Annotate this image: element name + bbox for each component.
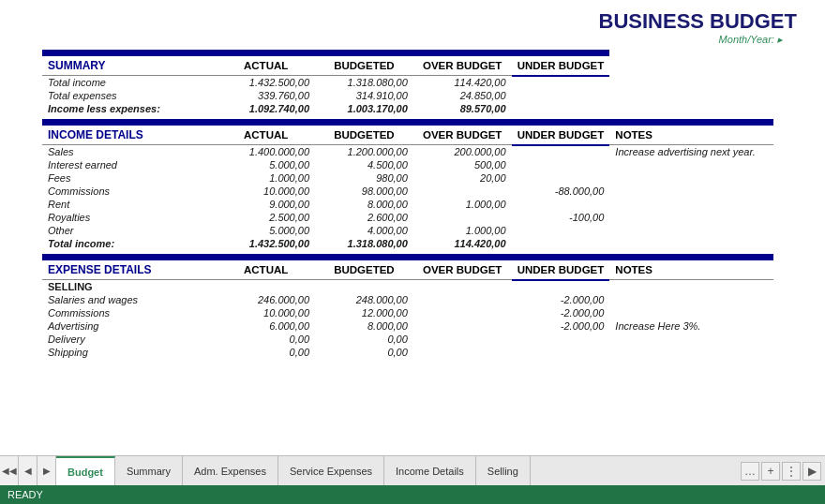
tab-menu-button[interactable]: ⋮ bbox=[782, 462, 801, 481]
income-notes-total bbox=[609, 237, 773, 250]
income-budgeted-2: 980,00 bbox=[315, 171, 413, 185]
income-actual-0: 1.400.000,00 bbox=[217, 145, 315, 159]
income-notes-6 bbox=[609, 224, 773, 237]
income-budgeted-total: 1.318.080,00 bbox=[315, 237, 413, 250]
summary-under-0 bbox=[512, 76, 610, 90]
summary-header-bar bbox=[42, 50, 773, 56]
tab-adm-expenses[interactable]: Adm. Expenses bbox=[183, 456, 278, 485]
income-label-total: Total income: bbox=[42, 237, 217, 250]
summary-budgeted-2: 1.003.170,00 bbox=[315, 102, 413, 115]
income-actual-5: 2.500,00 bbox=[217, 211, 315, 224]
status-ready-text: READY bbox=[8, 489, 43, 500]
expense-under-0: -2.000,00 bbox=[512, 293, 610, 306]
summary-budgeted-0: 1.318.080,00 bbox=[315, 76, 413, 90]
income-budgeted-3: 98.000,00 bbox=[315, 185, 413, 198]
income-row-2: Fees 1.000,00 980,00 20,00 bbox=[42, 171, 773, 185]
income-header-bar bbox=[42, 119, 773, 126]
income-notes-5 bbox=[609, 211, 773, 224]
income-label-2: Fees bbox=[42, 171, 217, 185]
income-budgeted-header: BUDGETED bbox=[315, 126, 413, 145]
income-label-5: Royalties bbox=[42, 211, 217, 224]
tab-summary[interactable]: Summary bbox=[115, 456, 183, 485]
expense-notes-header: NOTES bbox=[609, 260, 773, 280]
summary-row-0: Total income 1.432.500,00 1.318.080,00 1… bbox=[42, 76, 773, 90]
tab-service-expenses[interactable]: Service Expenses bbox=[278, 456, 384, 485]
tabs-spacer bbox=[531, 456, 737, 485]
budget-main-table: SUMMARY ACTUAL BUDGETED OVER BUDGET UNDE… bbox=[42, 50, 773, 359]
income-over-6: 1.000,00 bbox=[413, 224, 512, 237]
expense-section-label: EXPENSE DETAILS bbox=[42, 260, 217, 280]
tab-ellipsis-button[interactable]: … bbox=[741, 462, 759, 481]
expense-notes-0 bbox=[609, 293, 773, 306]
expense-header-bar bbox=[42, 254, 773, 260]
income-column-headers: INCOME DETAILS ACTUAL BUDGETED OVER BUDG… bbox=[42, 126, 773, 145]
expense-row-3: Delivery 0,00 0,00 bbox=[42, 333, 773, 346]
tab-selling[interactable]: Selling bbox=[476, 456, 531, 485]
tab-summary-label: Summary bbox=[127, 466, 171, 477]
summary-label-2: Income less expenses: bbox=[42, 102, 217, 115]
income-actual-header: ACTUAL bbox=[217, 126, 315, 145]
expense-column-headers: EXPENSE DETAILS ACTUAL BUDGETED OVER BUD… bbox=[42, 260, 773, 280]
summary-section-label: SUMMARY bbox=[42, 56, 217, 76]
summary-under-header: UNDER BUDGET bbox=[512, 56, 610, 76]
income-notes-header: NOTES bbox=[609, 126, 773, 145]
expense-notes-4 bbox=[609, 346, 773, 359]
tabs-bar: ◀◀ ◀ ▶ Budget Summary Adm. Expenses Serv… bbox=[0, 455, 825, 485]
income-row-total: Total income: 1.432.500,00 1.318.080,00 … bbox=[42, 237, 773, 250]
expense-notes-1 bbox=[609, 306, 773, 319]
month-year-arrow-icon: ▸ bbox=[777, 34, 783, 45]
income-label-1: Interest earned bbox=[42, 158, 217, 171]
tab-add-button[interactable]: + bbox=[761, 462, 780, 481]
expense-over-4 bbox=[413, 346, 512, 359]
expense-label-2: Advertising bbox=[42, 319, 217, 333]
income-budgeted-0: 1.200.000,00 bbox=[315, 145, 413, 159]
expense-row-1: Commissions 10.000,00 12.000,00 -2.000,0… bbox=[42, 306, 773, 319]
tab-nav-first[interactable]: ◀◀ bbox=[0, 456, 19, 485]
summary-actual-2: 1.092.740,00 bbox=[217, 102, 315, 115]
income-row-6: Other 5.000,00 4.000,00 1.000,00 bbox=[42, 224, 773, 237]
income-over-5 bbox=[413, 211, 512, 224]
income-label-4: Rent bbox=[42, 198, 217, 211]
income-label-3: Commissions bbox=[42, 185, 217, 198]
business-title: BUSINESS BUDGET bbox=[9, 9, 797, 34]
income-over-3 bbox=[413, 185, 512, 198]
income-under-6 bbox=[512, 224, 610, 237]
expense-selling-label-row: SELLING bbox=[42, 280, 773, 294]
expense-under-1: -2.000,00 bbox=[512, 306, 610, 319]
income-actual-4: 9.000,00 bbox=[217, 198, 315, 211]
income-row-0: Sales 1.400.000,00 1.200.000,00 200.000,… bbox=[42, 145, 773, 159]
income-under-3: -88.000,00 bbox=[512, 185, 610, 198]
tab-scroll-right-button[interactable]: ▶ bbox=[802, 462, 821, 481]
tab-income-details[interactable]: Income Details bbox=[384, 456, 476, 485]
summary-actual-0: 1.432.500,00 bbox=[217, 76, 315, 90]
tab-budget[interactable]: Budget bbox=[56, 456, 115, 485]
summary-actual-1: 339.760,00 bbox=[217, 89, 315, 102]
expense-budgeted-0: 248.000,00 bbox=[315, 293, 413, 306]
summary-over-0: 114.420,00 bbox=[413, 76, 512, 90]
expense-over-1 bbox=[413, 306, 512, 319]
summary-budgeted-header: BUDGETED bbox=[315, 56, 413, 76]
income-budgeted-6: 4.000,00 bbox=[315, 224, 413, 237]
summary-actual-header: ACTUAL bbox=[217, 56, 315, 76]
income-under-total bbox=[512, 237, 610, 250]
income-notes-0: Increase advertising next year. bbox=[609, 145, 773, 159]
income-over-0: 200.000,00 bbox=[413, 145, 512, 159]
summary-under-1 bbox=[512, 89, 610, 102]
income-row-3: Commissions 10.000,00 98.000,00 -88.000,… bbox=[42, 185, 773, 198]
income-notes-4 bbox=[609, 198, 773, 211]
income-row-1: Interest earned 5.000,00 4.500,00 500,00 bbox=[42, 158, 773, 171]
expense-notes-3 bbox=[609, 333, 773, 346]
tab-nav-prev[interactable]: ◀ bbox=[19, 456, 38, 485]
expense-over-3 bbox=[413, 333, 512, 346]
expense-actual-4: 0,00 bbox=[217, 346, 315, 359]
income-actual-2: 1.000,00 bbox=[217, 171, 315, 185]
expense-under-header: UNDER BUDGET bbox=[512, 260, 610, 280]
summary-row-2: Income less expenses: 1.092.740,00 1.003… bbox=[42, 102, 773, 115]
summary-label-1: Total expenses bbox=[42, 89, 217, 102]
expense-budgeted-2: 8.000,00 bbox=[315, 319, 413, 333]
tab-nav-next[interactable]: ▶ bbox=[38, 456, 56, 485]
expense-under-2: -2.000,00 bbox=[512, 319, 610, 333]
income-actual-total: 1.432.500,00 bbox=[217, 237, 315, 250]
expense-label-0: Salaries and wages bbox=[42, 293, 217, 306]
tab-selling-label: Selling bbox=[488, 466, 518, 477]
